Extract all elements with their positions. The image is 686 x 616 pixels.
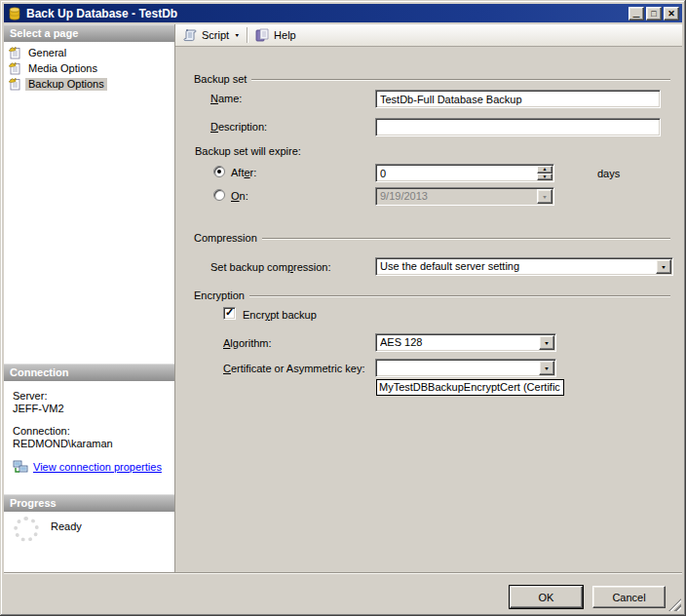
cancel-button[interactable]: Cancel (592, 586, 666, 608)
expire-date-value: 9/19/2013 (380, 190, 534, 203)
progress-panel: Ready (4, 512, 174, 572)
description-input[interactable] (376, 119, 660, 135)
connection-panel: Server: JEFF-VM2 Connection: REDMOND\kar… (4, 381, 174, 494)
maximize-button[interactable]: □ (646, 7, 662, 20)
ok-button[interactable]: OK (510, 586, 583, 608)
certificate-label: Certificate or Asymmetric key: (223, 363, 365, 374)
sidebar-item-label: Backup Options (25, 78, 107, 91)
property-page-icon (8, 46, 21, 59)
algorithm-combo[interactable]: AES 128 ▼ (375, 333, 556, 352)
algorithm-label: Algorithm: (223, 337, 272, 349)
property-page-icon (8, 61, 21, 75)
help-icon (254, 27, 270, 43)
name-field (375, 90, 661, 108)
expire-date-combo: 9/19/2013 ▼ (375, 187, 554, 206)
sidebar-item-label: General (25, 47, 69, 59)
connection-header: Connection (4, 364, 174, 381)
database-icon (7, 6, 22, 21)
help-button[interactable]: Help (250, 25, 300, 45)
name-input[interactable] (376, 91, 660, 107)
expire-days-input[interactable] (376, 165, 553, 181)
property-page-icon (8, 77, 21, 91)
maximize-icon: □ (651, 9, 656, 19)
after-label: After: (231, 167, 256, 178)
select-a-page-header: Select a page (4, 24, 174, 42)
footer: OK Cancel (4, 572, 682, 612)
certificate-dropdown-list: MyTestDBBackupEncryptCert (Certific (376, 379, 564, 396)
spin-down-icon: ▼ (543, 174, 548, 179)
name-label: Name: (210, 93, 242, 104)
script-dropdown-caret-icon: ▼ (234, 32, 240, 37)
spin-up-button[interactable]: ▲ (537, 166, 553, 173)
compression-label: Set backup compression: (210, 261, 331, 273)
chevron-down-icon: ▼ (542, 194, 548, 199)
progress-header: Progress (4, 494, 174, 512)
chevron-down-icon: ▼ (544, 340, 550, 345)
toolbar: Script ▼ Help (175, 24, 682, 47)
algorithm-combo-button[interactable]: ▼ (539, 335, 554, 350)
script-button[interactable]: Script ▼ (178, 25, 244, 45)
minimize-icon: — (633, 13, 640, 19)
sidebar-item-backup-options[interactable]: Backup Options (4, 76, 174, 92)
description-field (375, 118, 661, 136)
script-button-label: Script (202, 29, 229, 41)
backup-set-group-header: Backup set (194, 73, 670, 85)
chevron-down-icon: ▼ (661, 264, 667, 269)
connection-label: Connection: (13, 425, 171, 438)
close-icon: ✕ (667, 9, 675, 19)
certificate-combo-button[interactable]: ▼ (539, 361, 554, 375)
help-button-label: Help (274, 29, 296, 41)
backup-options-page: Backup set Name: Description: Backup set… (175, 48, 682, 572)
network-computers-icon (13, 459, 28, 475)
encrypt-backup-checkbox[interactable]: ✓ (223, 307, 236, 320)
backup-database-dialog: Back Up Database - TestDb — □ ✕ Select a… (0, 0, 686, 616)
close-button[interactable]: ✕ (664, 7, 679, 20)
encrypt-backup-label: Encrypt backup (243, 309, 317, 321)
spinner-icon (14, 517, 39, 542)
window-title: Back Up Database - TestDb (26, 7, 629, 20)
compression-combo-button[interactable]: ▼ (656, 259, 671, 274)
sidebar-item-media-options[interactable]: Media Options (4, 60, 174, 76)
on-radio[interactable] (213, 189, 225, 201)
spin-down-button[interactable]: ▼ (537, 173, 553, 181)
server-label: Server: (13, 390, 171, 403)
page-list: General Media Options (4, 42, 174, 364)
check-icon: ✓ (225, 307, 234, 318)
compression-combo[interactable]: Use the default server setting ▼ (375, 257, 673, 276)
main-panel: Script ▼ Help Bac (174, 24, 682, 572)
minimize-button[interactable]: — (629, 7, 644, 20)
compression-group-header: Compression (194, 232, 670, 244)
sidebar-item-general[interactable]: General (4, 45, 174, 60)
progress-status: Ready (51, 520, 82, 532)
sidebar-item-label: Media Options (25, 62, 100, 75)
toolbar-separator (247, 27, 248, 43)
spin-up-icon: ▲ (543, 167, 548, 172)
connection-value: REDMOND\karaman (13, 438, 171, 450)
server-value: JEFF-VM2 (13, 403, 171, 415)
titlebar[interactable]: Back Up Database - TestDb — □ ✕ (4, 4, 682, 22)
certificate-combo[interactable]: ▼ (375, 359, 556, 377)
view-connection-properties-link[interactable]: View connection properties (33, 461, 162, 473)
resize-grip[interactable] (668, 598, 681, 611)
algorithm-value: AES 128 (380, 336, 536, 349)
sidebar: Select a page General (4, 24, 174, 572)
encryption-group-header: Encryption (194, 289, 670, 301)
compression-value: Use the default server setting (380, 260, 653, 273)
expire-days-field: ▲ ▼ (375, 164, 554, 182)
after-radio[interactable] (213, 166, 225, 177)
expire-label: Backup set will expire: (195, 145, 301, 157)
script-icon (182, 27, 198, 43)
on-label: On: (231, 190, 248, 202)
days-label: days (597, 168, 620, 179)
description-label: Description: (210, 121, 267, 133)
chevron-down-icon: ▼ (544, 366, 550, 370)
expire-date-combo-button: ▼ (537, 189, 553, 204)
certificate-dropdown-item[interactable]: MyTestDBBackupEncryptCert (Certific (377, 380, 563, 395)
